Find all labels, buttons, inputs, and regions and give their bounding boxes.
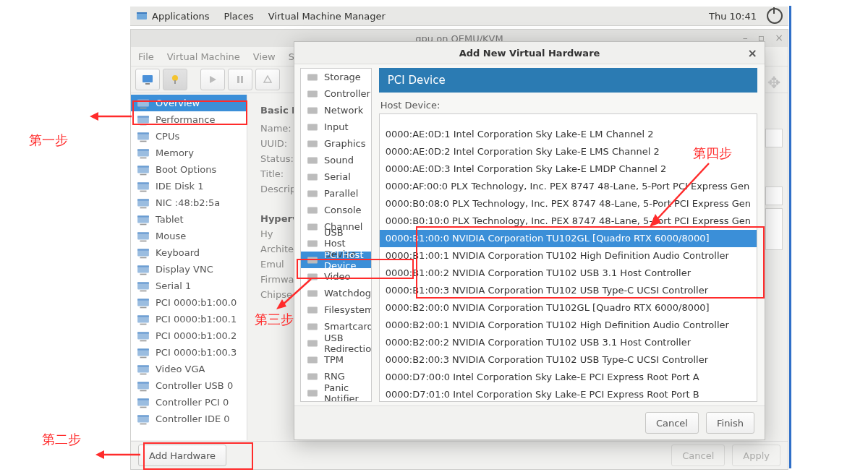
svg-rect-17 (137, 132, 149, 134)
sidebar-item-keyboard[interactable]: Keyboard (131, 244, 247, 261)
hw-type-pci-host-device[interactable]: PCI Host Device (301, 252, 371, 268)
hw-type-input[interactable]: Input (301, 119, 371, 135)
host-device-item[interactable]: 0000:AF:00:0 PLX Technology, Inc. PEX 87… (380, 178, 757, 195)
sidebar-item-pci-0000-b1-00-0[interactable]: PCI 0000:b1:00.0 (131, 294, 247, 311)
details-apply-button[interactable]: Apply (732, 445, 780, 466)
hw-type-graphics[interactable]: Graphics (301, 135, 371, 152)
sidebar-item-mouse[interactable]: Mouse (131, 228, 247, 244)
sidebar-item-label: Video VGA (156, 364, 205, 374)
host-device-list[interactable]: 0000:AE:0D:1 Intel Corporation Sky Lake-… (379, 113, 757, 402)
host-device-item[interactable]: 0000:AE:0D:2 Intel Corporation Sky Lake-… (380, 143, 757, 160)
hw-type-storage[interactable]: Storage (301, 69, 371, 85)
sidebar-item-display-vnc[interactable]: Display VNC (131, 261, 247, 278)
toolbar-run-button[interactable] (200, 69, 225, 90)
hw-type-panic-notifier[interactable]: Panic Notifier (301, 385, 371, 401)
svg-rect-66 (140, 406, 147, 408)
add-hardware-button[interactable]: Add Hardware (138, 445, 226, 466)
menu-vmm[interactable]: Virtual Machine Manager (268, 11, 386, 22)
detail-name-input[interactable] (765, 129, 783, 147)
svg-rect-1 (137, 12, 147, 14)
hw-type-icon (307, 172, 318, 182)
host-device-item[interactable]: 0000:B1:00:1 NVIDIA Corporation TU102 Hi… (380, 247, 757, 265)
sidebar-item-label: CPUs (156, 131, 179, 142)
toolbar-shutdown-button[interactable] (255, 69, 280, 90)
svg-rect-35 (137, 232, 149, 233)
window-close-icon[interactable]: × (775, 32, 783, 43)
sidebar-item-ide-disk-1[interactable]: IDE Disk 1 (131, 178, 247, 194)
menu-applications[interactable]: Applications (152, 11, 209, 22)
host-device-item[interactable]: 0000:B1:00:3 NVIDIA Corporation TU102 US… (380, 282, 757, 299)
sidebar-item-boot-options[interactable]: Boot Options (131, 161, 247, 178)
host-device-item[interactable]: 0000:B0:10:0 PLX Technology, Inc. PEX 87… (380, 213, 757, 230)
hw-type-filesystem[interactable]: Filesystem (301, 301, 371, 318)
toolbar-pause-button[interactable] (228, 69, 252, 90)
host-device-item[interactable]: 0000:B2:00:1 NVIDIA Corporation TU102 Hi… (380, 317, 757, 334)
host-device-item[interactable]: 0000:B2:00:3 NVIDIA Corporation TU102 US… (380, 351, 757, 369)
hw-type-label: Sound (324, 155, 354, 166)
menu-virtual-machine[interactable]: Virtual Machine (167, 51, 240, 62)
hw-type-icon (307, 322, 318, 332)
sidebar-item-tablet[interactable]: Tablet (131, 211, 247, 228)
svg-rect-36 (140, 240, 147, 241)
device-icon (137, 314, 150, 325)
host-device-item[interactable]: 0000:AE:0D:3 Intel Corporation Sky Lake-… (380, 160, 757, 178)
vm-sidebar: OverviewPerformanceCPUsMemoryBoot Option… (131, 95, 247, 440)
hw-type-parallel[interactable]: Parallel (301, 185, 371, 202)
sidebar-item-label: Controller PCI 0 (156, 397, 229, 408)
sidebar-item-controller-usb-0[interactable]: Controller USB 0 (131, 377, 247, 394)
host-device-label: Host Device: (380, 100, 757, 111)
svg-rect-30 (140, 207, 147, 208)
hw-type-network[interactable]: Network (301, 102, 371, 119)
sidebar-item-pci-0000-b1-00-2[interactable]: PCI 0000:b1:00.2 (131, 327, 247, 344)
sidebar-item-pci-0000-b1-00-1[interactable]: PCI 0000:b1:00.1 (131, 311, 247, 327)
svg-rect-81 (307, 257, 318, 263)
svg-rect-48 (140, 306, 147, 308)
power-icon[interactable] (767, 8, 783, 24)
sidebar-item-performance[interactable]: Performance (131, 111, 247, 128)
sidebar-item-cpus[interactable]: CPUs (131, 128, 247, 145)
menu-file[interactable]: File (138, 51, 154, 62)
dialog-cancel-button[interactable]: Cancel (645, 412, 699, 434)
hw-type-serial[interactable]: Serial (301, 168, 371, 185)
detail-description-input[interactable] (765, 208, 783, 250)
host-device-item[interactable]: 0000:B1:00:2 NVIDIA Corporation TU102 US… (380, 265, 757, 282)
details-cancel-button[interactable]: Cancel (671, 445, 725, 466)
hw-type-sound[interactable]: Sound (301, 152, 371, 168)
device-icon (137, 247, 150, 259)
host-device-item[interactable]: 0000:B2:00:0 NVIDIA Corporation TU102GL … (380, 299, 757, 317)
host-device-item[interactable]: 0000:D7:01:0 Intel Corporation Sky Lake-… (380, 386, 757, 402)
hw-type-icon (307, 205, 318, 215)
host-device-item[interactable]: 0000:B0:08:0 PLX Technology, Inc. PEX 87… (380, 195, 757, 213)
host-device-item[interactable]: 0000:B1:00:0 NVIDIA Corporation TU102GL … (380, 230, 757, 247)
host-device-item[interactable]: 0000:B2:00:2 NVIDIA Corporation TU102 US… (380, 334, 757, 351)
device-icon (137, 197, 150, 209)
hw-type-icon (307, 388, 318, 398)
sidebar-item-video-vga[interactable]: Video VGA (131, 361, 247, 377)
sidebar-item-label: Display VNC (156, 264, 213, 275)
dialog-close-icon[interactable]: × (748, 46, 757, 60)
host-device-item[interactable]: 0000:AE:0D:1 Intel Corporation Sky Lake-… (380, 126, 757, 143)
dialog-finish-button[interactable]: Finish (706, 412, 754, 434)
menu-places[interactable]: Places (224, 11, 253, 22)
host-device-item[interactable]: 0000:D7:00:0 Intel Corporation Sky Lake-… (380, 369, 757, 386)
sidebar-item-controller-pci-0[interactable]: Controller PCI 0 (131, 394, 247, 411)
sidebar-item-serial-1[interactable]: Serial 1 (131, 278, 247, 294)
menu-view[interactable]: View (253, 51, 276, 62)
sidebar-item-nic-48-b2-5a[interactable]: NIC :48:b2:5a (131, 194, 247, 211)
sidebar-item-overview[interactable]: Overview (131, 95, 247, 111)
svg-rect-15 (140, 124, 147, 125)
hw-type-controller[interactable]: Controller (301, 85, 371, 102)
hw-type-usb-redirection[interactable]: USB Redirection (301, 335, 371, 351)
sidebar-item-memory[interactable]: Memory (131, 145, 247, 161)
detail-title-input[interactable] (765, 186, 783, 205)
hw-type-icon (307, 355, 318, 365)
sidebar-item-pci-0000-b1-00-3[interactable]: PCI 0000:b1:00.3 (131, 344, 247, 361)
toolbar-console-button[interactable] (135, 69, 160, 90)
hw-type-label: Input (324, 121, 349, 132)
hw-type-console[interactable]: Console (301, 202, 371, 218)
sidebar-item-controller-ide-0[interactable]: Controller IDE 0 (131, 411, 247, 427)
toolbar-details-button[interactable] (163, 69, 187, 90)
hw-type-watchdog[interactable]: Watchdog (301, 285, 371, 301)
dialog-footer: Cancel Finish (294, 406, 765, 439)
device-icon (137, 413, 150, 425)
